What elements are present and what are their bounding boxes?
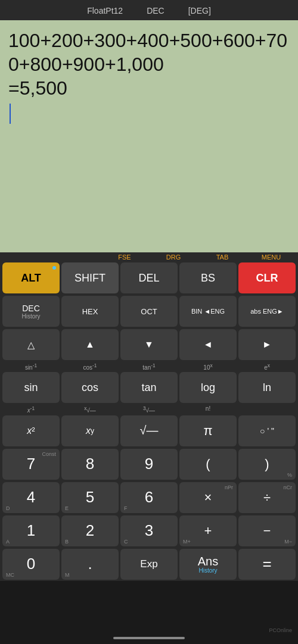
watermark: PCOnline (269, 627, 292, 633)
row-4: sin cos tan log ln (0, 371, 298, 404)
bin-eng-left-button[interactable]: BIN ◄ENG (179, 296, 237, 327)
cos-button[interactable]: cos (61, 372, 119, 403)
m-label: M (65, 572, 70, 578)
keyboard: FSE DRG TAB MENU ALT SHIFT DEL BS CLR DE… (0, 252, 298, 581)
m-minus-label: M− (284, 539, 292, 545)
ln-button[interactable]: ln (238, 372, 296, 403)
f-label: F (124, 505, 128, 511)
x-inv-label: x-1 (2, 404, 60, 414)
drg-label: DRG (149, 254, 198, 261)
a-label: A (6, 539, 10, 545)
hex-button[interactable]: HEX (61, 296, 119, 327)
oct-button[interactable]: OCT (120, 296, 178, 327)
row-6: 7Const 8 9 ( )% (0, 448, 298, 481)
triangle-down-button[interactable]: ▼ (120, 329, 178, 360)
abs-eng-right-button[interactable]: abs ENG► (238, 296, 296, 327)
exp-button[interactable]: Exp (120, 549, 178, 580)
deg-mode: [DEG] (188, 6, 211, 15)
button-1[interactable]: 1A (2, 515, 60, 546)
plus-button[interactable]: +M+ (179, 515, 237, 546)
display-expression: 100+200+300+400+500+600+700+800+900+1,00… (8, 29, 290, 124)
sqrt-button[interactable]: √— (120, 415, 178, 446)
dec-mode: DEC (147, 6, 164, 15)
home-indicator (113, 637, 185, 639)
button-6[interactable]: 6F (120, 482, 178, 513)
clr-button[interactable]: CLR (238, 262, 296, 293)
x-squared-button[interactable]: x² (2, 415, 60, 446)
tan-inv-label: tan-1 (120, 361, 178, 371)
button-8[interactable]: 8 (61, 449, 119, 480)
row-2: DEC History HEX OCT BIN ◄ENG abs ENG► (0, 295, 298, 328)
button-3[interactable]: 3C (120, 515, 178, 546)
triangle-outline-button[interactable]: △ (2, 329, 60, 360)
decimal-button[interactable]: .M (61, 549, 119, 580)
row-9: 0MC .M Exp Ans History = (0, 548, 298, 581)
fse-label: FSE (100, 254, 149, 261)
log-button[interactable]: log (179, 372, 237, 403)
cube-root-label: 3√— (120, 404, 178, 414)
b-label: B (65, 539, 69, 545)
calculator-display: 100+200+300+400+500+600+700+800+900+1,00… (0, 20, 298, 252)
factorial-label: n! (179, 404, 237, 414)
empty-label (238, 404, 296, 414)
float-pt-mode: FloatPt12 (87, 6, 123, 15)
x-root-label: x√— (61, 404, 119, 414)
row-3: △ ▲ ▼ ◄ ► (0, 328, 298, 361)
d-label: D (6, 505, 10, 511)
row-5: x² xy √— π ○ ' " (0, 414, 298, 448)
top-labels-row: FSE DRG TAB MENU (0, 252, 298, 261)
arrow-right-button[interactable]: ► (238, 329, 296, 360)
alt-button[interactable]: ALT (2, 262, 60, 293)
mode-bar: FloatPt12 DEC [DEG] (0, 0, 298, 20)
button-4[interactable]: 4D (2, 482, 60, 513)
bs-button[interactable]: BS (179, 262, 237, 293)
ncr-label: nCr (283, 484, 292, 490)
ans-button[interactable]: Ans History (179, 549, 237, 580)
menu-label: MENU (247, 254, 296, 261)
cos-inv-label: cos-1 (61, 361, 119, 371)
trig-super-row: sin-1 cos-1 tan-1 10x ex (0, 361, 298, 371)
open-paren-button[interactable]: ( (179, 449, 237, 480)
dec-history-button[interactable]: DEC History (2, 296, 60, 327)
minus-button[interactable]: −M− (238, 515, 296, 546)
power-super-row: x-1 x√— 3√— n! (0, 404, 298, 414)
close-paren-button[interactable]: )% (238, 449, 296, 480)
button-2[interactable]: 2B (61, 515, 119, 546)
percent-label: % (287, 472, 292, 478)
button-5[interactable]: 5E (61, 482, 119, 513)
mc-label: MC (6, 572, 14, 578)
const-label: Const (42, 451, 56, 457)
multiply-button[interactable]: ×nPr (179, 482, 237, 513)
sin-button[interactable]: sin (2, 372, 60, 403)
cursor (10, 104, 11, 124)
e-x-label: ex (238, 361, 296, 371)
row-8: 1A 2B 3C +M+ −M− (0, 514, 298, 548)
button-0[interactable]: 0MC (2, 549, 60, 580)
m-plus-label: M+ (183, 539, 191, 545)
dms-button[interactable]: ○ ' " (238, 415, 296, 446)
tan-button[interactable]: tan (120, 372, 178, 403)
e-label: E (65, 505, 69, 511)
shift-button[interactable]: SHIFT (61, 262, 119, 293)
sin-inv-label: sin-1 (2, 361, 60, 371)
x-to-y-button[interactable]: xy (61, 415, 119, 446)
alt-dot-indicator (52, 266, 56, 270)
row-7: 4D 5E 6F ×nPr ÷nCr (0, 481, 298, 514)
tab-label: TAB (198, 254, 247, 261)
equals-button[interactable]: = (238, 549, 296, 580)
button-9[interactable]: 9 (120, 449, 178, 480)
npr-label: nPr (225, 484, 233, 490)
arrow-left-button[interactable]: ◄ (179, 329, 237, 360)
row-1: ALT SHIFT DEL BS CLR (0, 261, 298, 295)
triangle-filled-button[interactable]: ▲ (61, 329, 119, 360)
button-7[interactable]: 7Const (2, 449, 60, 480)
ten-x-label: 10x (179, 361, 237, 371)
del-button[interactable]: DEL (120, 262, 178, 293)
pi-button[interactable]: π (179, 415, 237, 446)
c-label: C (124, 539, 128, 545)
divide-button[interactable]: ÷nCr (238, 482, 296, 513)
